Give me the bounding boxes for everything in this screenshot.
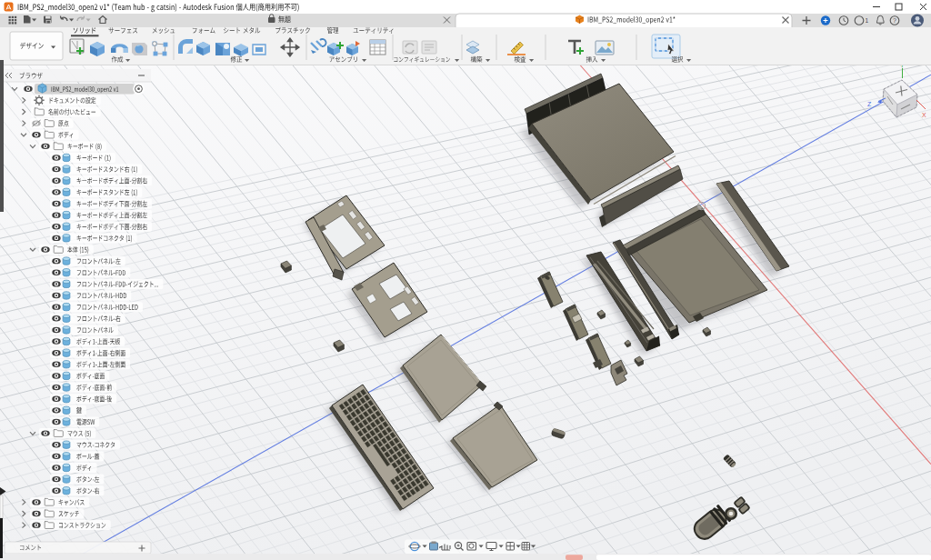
svg-text:1: 1 bbox=[866, 17, 869, 24]
svg-text:?: ? bbox=[893, 17, 896, 24]
